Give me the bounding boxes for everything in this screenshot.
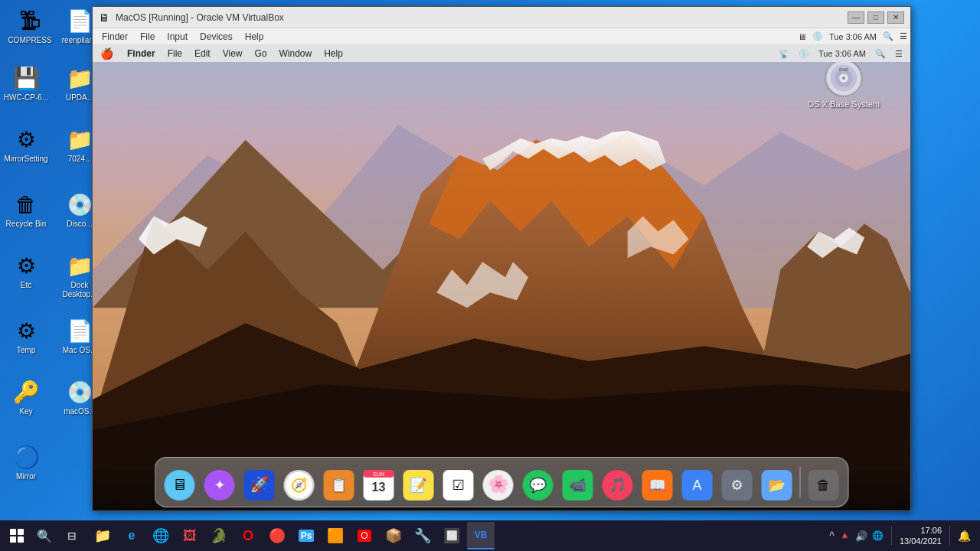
vbox-screen-icon: 🖥: [798, 32, 806, 41]
tray-icon-1[interactable]: 🔺: [839, 530, 851, 541]
desktop-icon-recycle[interactable]: 🗑 Recycle Bin: [0, 187, 52, 232]
desktop-icon-mirrorsetting[interactable]: ⚙ MirrorSetting: [0, 122, 52, 167]
mac-search-icon[interactable]: 🔍: [875, 49, 886, 59]
misc4-icon: 🔧: [414, 527, 431, 544]
dock-itunes[interactable]: 🎵: [599, 467, 636, 504]
7024-icon: 📁: [66, 126, 93, 153]
taskbar-photoshop[interactable]: Ps: [292, 522, 320, 549]
apple-menu-icon[interactable]: 🍎: [100, 47, 113, 60]
vbox-menu-icon[interactable]: ☰: [900, 31, 907, 41]
dock-siri[interactable]: ✦: [201, 467, 238, 504]
taskbar-snagit[interactable]: 🐊: [205, 522, 233, 549]
upda-icon: 📁: [66, 64, 93, 92]
mac-menu-finder[interactable]: Finder: [121, 48, 162, 59]
mac-menu-file[interactable]: File: [162, 48, 188, 59]
search-button[interactable]: 🔍: [31, 522, 58, 549]
sound-icon[interactable]: 🔊: [855, 530, 867, 542]
mac-menu-go[interactable]: Go: [249, 48, 273, 59]
dock-calendar[interactable]: SUN 13: [361, 467, 397, 504]
network-icon[interactable]: 🌐: [872, 530, 884, 541]
minimize-button[interactable]: —: [848, 11, 864, 24]
recycle-icon: 🗑: [12, 191, 40, 218]
mac-menu-help[interactable]: Help: [318, 48, 349, 59]
desktop-icon-mirror[interactable]: 🔵 Mirror: [0, 440, 52, 484]
svg-text:DVD: DVD: [839, 67, 848, 72]
taskbar-vbox[interactable]: VB: [467, 522, 495, 549]
notification-area: ^ 🔺 🔊 🌐: [829, 530, 884, 542]
taskbar-center: 📁 e 🌐 🖼 🐊 O 🔴 Ps 🟧: [86, 522, 829, 549]
vbox-menu-machine[interactable]: Finder: [96, 30, 134, 44]
disco-label: Disco...: [67, 220, 92, 229]
dock-books[interactable]: 📖: [639, 467, 676, 504]
dock-safari[interactable]: 🧭: [281, 467, 318, 504]
desktop-icon-etc[interactable]: ⚙ Etc: [0, 249, 52, 293]
vbox-menu-help[interactable]: Help: [239, 30, 270, 44]
osx-base-system-icon[interactable]: DVD OS X Base System: [808, 59, 880, 109]
desktop-icon-key[interactable]: 🔑 Key: [0, 375, 52, 419]
svg-text:🖥: 🖥: [172, 476, 188, 493]
svg-rect-60: [10, 536, 16, 543]
svg-rect-59: [18, 529, 24, 535]
mac-menu-view[interactable]: View: [217, 48, 249, 59]
dock-desktop-icon: 📁: [66, 252, 93, 279]
misc3-icon: 📦: [385, 527, 402, 544]
dock-photos[interactable]: 🌸: [480, 467, 517, 504]
taskbar-misc5[interactable]: 🔲: [438, 522, 466, 549]
dock-trash[interactable]: 🗑: [805, 467, 842, 504]
dock-finder[interactable]: 🖥: [162, 467, 198, 504]
taskbar-chrome[interactable]: 🌐: [147, 522, 175, 549]
dock-facetime[interactable]: 📹: [560, 467, 596, 504]
taskbar-explorer[interactable]: 📁: [89, 522, 116, 549]
desktop-icon-temp[interactable]: ⚙ Temp: [0, 314, 52, 358]
vbox-menu-devices[interactable]: Devices: [194, 30, 239, 44]
svg-text:SUN: SUN: [373, 471, 384, 477]
taskbar-clock[interactable]: 17:06 13/04/2021: [900, 525, 942, 547]
task-view-button[interactable]: ⊟: [58, 522, 86, 549]
dock-messages[interactable]: 💬: [520, 467, 557, 504]
temp-icon: ⚙: [12, 317, 40, 344]
maximize-button[interactable]: □: [867, 11, 884, 24]
desktop-icon-compress[interactable]: 🗜 COMPRESS: [4, 4, 56, 48]
svg-text:☑: ☑: [452, 478, 465, 493]
mac-menubar: 🍎 Finder File Edit View Go Window Help 📡…: [93, 45, 910, 62]
mirror-icon: 🔵: [12, 443, 40, 471]
start-button[interactable]: [3, 522, 31, 549]
taskbar-opera[interactable]: O: [234, 522, 262, 549]
win-taskbar: 🔍 ⊟ 📁 e 🌐 🖼 🐊 O 🔴: [0, 520, 980, 551]
7024-label: 7024...: [68, 155, 92, 164]
taskbar-misc1[interactable]: 🔴: [263, 522, 291, 549]
mac-wallpaper: [93, 45, 910, 510]
mac-list-icon[interactable]: ☰: [895, 49, 903, 59]
mac-menu-edit[interactable]: Edit: [188, 48, 217, 59]
vbox-search-icon[interactable]: 🔍: [883, 31, 893, 41]
mac-menubar-right: 📡 💿 Tue 3:06 AM 🔍 ☰: [779, 49, 903, 59]
close-button[interactable]: ✕: [887, 11, 904, 24]
tray-expand-icon[interactable]: ^: [829, 530, 835, 542]
dock-appstore[interactable]: A: [679, 467, 716, 504]
desktop-icon-hwc[interactable]: 💾 HWC-CP-6...: [0, 61, 52, 106]
key-icon: 🔑: [12, 378, 40, 406]
dvd-disc-icon: DVD: [825, 59, 863, 97]
taskbar-tray: ^ 🔺 🔊 🌐 17:06 13/04/2021 🔔: [829, 525, 977, 547]
dock-launchpad[interactable]: 🚀: [241, 467, 278, 504]
dock-folder[interactable]: 📂: [759, 467, 795, 504]
dock-reminders[interactable]: ☑: [440, 467, 477, 504]
taskbar-opera2[interactable]: O: [351, 522, 378, 549]
snagit-icon: 🐊: [211, 527, 227, 544]
taskbar-edge[interactable]: e: [118, 522, 145, 549]
dock-notes[interactable]: 📝: [400, 467, 437, 504]
taskbar-misc4[interactable]: 🔧: [409, 522, 436, 549]
mac-menu-window[interactable]: Window: [273, 48, 318, 59]
svg-text:📖: 📖: [649, 477, 667, 494]
mountain-svg: [93, 45, 910, 468]
dock-mail[interactable]: 📋: [321, 467, 358, 504]
notification-bell-icon[interactable]: 🔔: [958, 530, 971, 542]
vbox-menubar-right: 🖥 💿 Tue 3:06 AM 🔍 ☰: [798, 31, 907, 41]
vbox-menu-view[interactable]: File: [134, 30, 161, 44]
taskbar-photos[interactable]: 🖼: [176, 522, 204, 549]
taskbar-misc2[interactable]: 🟧: [322, 522, 349, 549]
dock-sysprefs[interactable]: ⚙: [719, 467, 756, 504]
chrome-icon: 🌐: [152, 527, 169, 544]
vbox-menu-input[interactable]: Input: [161, 30, 194, 44]
taskbar-misc3[interactable]: 📦: [380, 522, 407, 549]
